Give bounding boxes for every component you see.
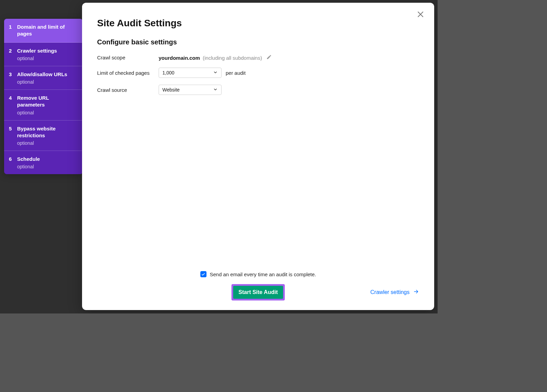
step-label: Schedule [17,156,77,163]
step-label: Domain and limit of pages [17,24,77,38]
limit-pages-select[interactable]: 1,000 [159,68,222,78]
crawl-source-value: Website [162,87,179,93]
crawl-scope-label: Crawl scope [97,55,159,60]
start-button-highlight: Start Site Audit [231,284,285,300]
step-schedule[interactable]: 6 Schedule optional [4,151,83,174]
limit-pages-value: 1,000 [162,70,174,75]
step-number: 2 [9,47,17,54]
pencil-icon [266,54,272,60]
modal-footer: Send an email every time an audit is com… [82,271,434,300]
step-bypass-restrictions[interactable]: 5 Bypass website restrictions optional [4,121,83,151]
step-number: 5 [9,125,17,131]
step-domain-and-limit[interactable]: 1 Domain and limit of pages [4,19,83,43]
edit-crawl-scope-button[interactable] [266,54,272,60]
close-icon [416,10,425,18]
step-number: 4 [9,95,17,101]
step-crawler-settings[interactable]: 2 Crawler settings optional [4,43,83,66]
modal-subtitle: Configure basic settings [97,38,419,46]
step-sublabel: optional [17,110,77,115]
close-button[interactable] [416,10,426,20]
crawl-source-select[interactable]: Website [159,85,222,95]
email-notify-label: Send an email every time an audit is com… [210,271,316,277]
step-sublabel: optional [17,140,77,146]
limit-pages-label: Limit of checked pages [97,70,159,76]
settings-modal: Site Audit Settings Configure basic sett… [82,3,434,310]
step-sublabel: optional [17,164,77,169]
modal-title: Site Audit Settings [97,18,419,29]
crawler-settings-link-label: Crawler settings [370,289,410,295]
chevron-down-icon [213,87,218,93]
step-remove-url-parameters[interactable]: 4 Remove URL parameters optional [4,90,83,121]
step-label: Bypass website restrictions [17,125,77,139]
wizard-sidebar: 1 Domain and limit of pages 2 Crawler se… [4,19,83,174]
check-icon [201,272,205,277]
arrow-right-icon [413,289,419,296]
step-sublabel: optional [17,56,77,61]
start-site-audit-button[interactable]: Start Site Audit [233,286,283,299]
crawl-source-label: Crawl source [97,87,159,93]
email-notify-checkbox[interactable] [200,271,206,277]
step-label: Allow/disallow URLs [17,71,77,78]
step-label: Remove URL parameters [17,95,77,109]
step-number: 3 [9,71,17,77]
limit-pages-suffix: per audit [226,70,245,76]
step-number: 1 [9,24,17,30]
crawl-scope-domain: yourdomain.com [159,55,200,61]
limit-pages-row: Limit of checked pages 1,000 per audit [97,68,419,78]
crawl-source-row: Crawl source Website [97,85,419,95]
chevron-down-icon [213,70,218,76]
step-allow-disallow-urls[interactable]: 3 Allow/disallow URLs optional [4,66,83,90]
crawler-settings-link[interactable]: Crawler settings [370,289,419,296]
step-sublabel: optional [17,79,77,85]
modal-actions: Start Site Audit Crawler settings [97,284,419,300]
crawl-scope-row: Crawl scope yourdomain.com (including al… [97,54,419,61]
crawl-scope-hint: (including all subdomains) [203,55,262,61]
step-number: 6 [9,156,17,162]
email-notify-row: Send an email every time an audit is com… [97,271,419,277]
step-label: Crawler settings [17,47,77,54]
